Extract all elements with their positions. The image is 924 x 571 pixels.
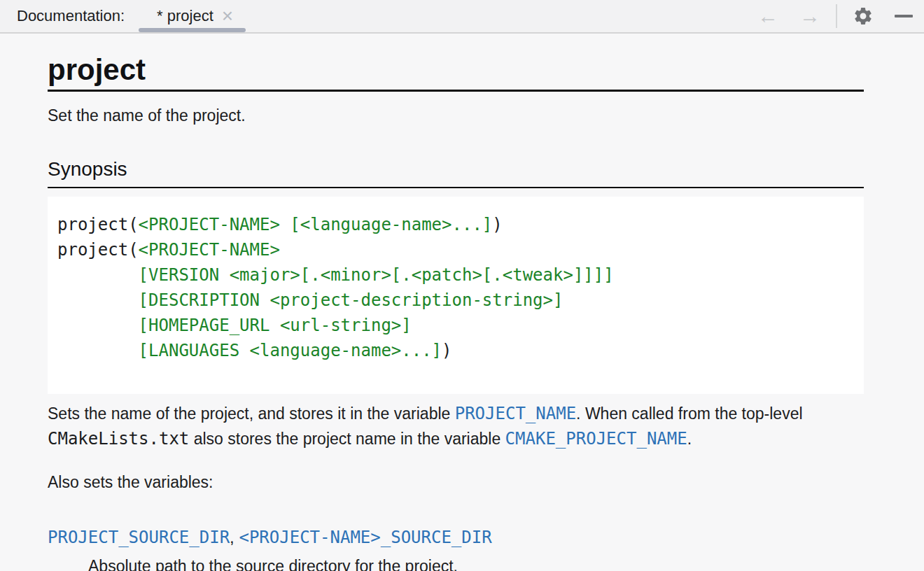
documentation-toolbar: Documentation: * project × ← → bbox=[0, 0, 924, 34]
text-segment bbox=[57, 316, 139, 335]
text-segment: project( bbox=[57, 215, 139, 234]
doc-link[interactable]: CMAKE_PROJECT_NAME bbox=[505, 429, 687, 449]
text-segment: also stores the project name in the vari… bbox=[189, 430, 505, 448]
tab-title: * project bbox=[157, 7, 214, 25]
code-line: [HOMEPAGE_URL <url-string>] bbox=[57, 313, 854, 338]
doc-link[interactable]: PROJECT_NAME bbox=[455, 404, 576, 423]
text-segment: [HOMEPAGE_URL <url-string>] bbox=[139, 316, 412, 335]
text-segment: project( bbox=[57, 240, 139, 260]
description-paragraph: Sets the name of the project, and stores… bbox=[48, 401, 864, 451]
text-segment: [VERSION <major>[.<minor>[.<patch>[.<twe… bbox=[139, 265, 614, 285]
text-segment: <PROJECT-NAME> bbox=[139, 240, 280, 260]
variable-definition: Absolute path to the source directory fo… bbox=[88, 557, 864, 571]
text-segment: [LANGUAGES <language-name>...] bbox=[139, 341, 442, 360]
minimize-bar-shape bbox=[895, 15, 913, 17]
forward-arrow-icon[interactable]: → bbox=[799, 6, 820, 27]
text-segment bbox=[57, 341, 139, 360]
code-line: [VERSION <major>[.<minor>[.<patch>[.<twe… bbox=[57, 262, 854, 288]
gear-icon[interactable] bbox=[853, 6, 874, 27]
text-segment bbox=[57, 265, 139, 285]
documentation-content: project Set the name of the project. Syn… bbox=[0, 55, 924, 571]
text-segment: ) bbox=[442, 341, 451, 360]
text-segment: . When called from the top-level bbox=[576, 404, 802, 423]
text-segment: <PROJECT-NAME> [<language-name>...] bbox=[139, 215, 493, 234]
toolbar-actions: ← → bbox=[757, 4, 924, 28]
back-arrow-icon[interactable]: ← bbox=[757, 6, 778, 27]
variable-term: PROJECT_SOURCE_DIR, <PROJECT-NAME>_SOURC… bbox=[48, 527, 864, 548]
minimize-icon[interactable] bbox=[895, 6, 913, 27]
doc-intro: Set the name of the project. bbox=[48, 106, 864, 125]
close-icon[interactable]: × bbox=[222, 6, 233, 26]
page-title: project bbox=[48, 55, 864, 92]
text-segment: , bbox=[230, 528, 239, 547]
text-segment: CMakeLists.txt bbox=[48, 429, 189, 449]
doc-link[interactable]: PROJECT_SOURCE_DIR bbox=[48, 528, 230, 547]
synopsis-code-block: project(<PROJECT-NAME> [<language-name>.… bbox=[48, 197, 864, 394]
text-segment: ) bbox=[492, 215, 502, 234]
text-segment bbox=[57, 290, 139, 310]
code-line: project(<PROJECT-NAME> [<language-name>.… bbox=[57, 212, 854, 237]
text-segment: [DESCRIPTION <project-description-string… bbox=[139, 290, 564, 310]
tab-project[interactable]: * project × bbox=[139, 0, 246, 32]
text-segment: . bbox=[687, 430, 692, 448]
code-line: project(<PROJECT-NAME> bbox=[57, 237, 854, 262]
code-line: [DESCRIPTION <project-description-string… bbox=[57, 288, 854, 313]
active-tab-underline bbox=[139, 28, 246, 32]
text-segment: Sets the name of the project, and stores… bbox=[48, 404, 455, 423]
also-sets-text: Also sets the variables: bbox=[48, 473, 864, 492]
doc-link[interactable]: <PROJECT-NAME>_SOURCE_DIR bbox=[239, 528, 491, 547]
code-line: [LANGUAGES <language-name>...]) bbox=[57, 338, 854, 363]
synopsis-heading: Synopsis bbox=[48, 158, 864, 188]
toolbar-divider bbox=[836, 4, 837, 28]
toolbar-label: Documentation: bbox=[17, 7, 125, 25]
